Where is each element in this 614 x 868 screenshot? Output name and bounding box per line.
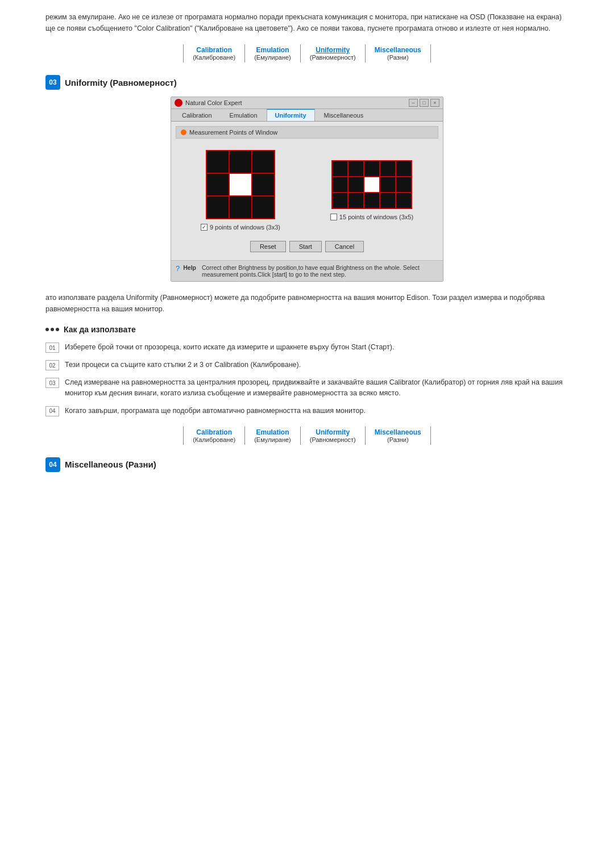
grid-cell bbox=[229, 151, 252, 173]
nav-item-miscellaneous-2[interactable]: Miscellaneous (Разни) bbox=[368, 427, 428, 444]
tab-uniformity[interactable]: Uniformity bbox=[267, 109, 315, 121]
app-buttons: Reset Start Cancel bbox=[176, 235, 438, 256]
body-text-uniformity: ато използвате раздела Uniformity (Равно… bbox=[45, 292, 569, 315]
grid-cell bbox=[396, 177, 412, 193]
grid-cell bbox=[252, 196, 275, 219]
minimize-button[interactable]: – bbox=[409, 99, 418, 107]
tab-miscellaneous[interactable]: Miscellaneous bbox=[316, 109, 372, 121]
measure-dot-icon bbox=[181, 130, 186, 135]
section-03-header: 03 Uniformity (Равномерност) bbox=[45, 75, 569, 90]
nav-bar-1: Calibration (Калиброване) Emulation (Ему… bbox=[45, 44, 569, 62]
grid-cell bbox=[206, 151, 229, 173]
help-text: Correct other Brightness by position,to … bbox=[202, 264, 438, 278]
app-tabs: Calibration Emulation Uniformity Miscell… bbox=[171, 109, 443, 122]
grid-3x5-visual bbox=[331, 160, 412, 209]
step-num-04: 04 bbox=[45, 406, 59, 416]
grid-cell bbox=[332, 177, 348, 193]
grid-cell bbox=[348, 193, 364, 208]
nav-item-miscellaneous-1[interactable]: Miscellaneous (Разни) bbox=[368, 45, 428, 62]
nav-miscellaneous-sub-2: (Разни) bbox=[375, 436, 421, 443]
grid-cell bbox=[364, 161, 380, 177]
grid-3x3-label[interactable]: 9 points of windows (3x3) bbox=[201, 224, 280, 231]
grid-3x3-option: 9 points of windows (3x3) bbox=[201, 150, 280, 231]
section-03-title: Uniformity (Равномерност) bbox=[65, 78, 177, 87]
nav-divider-left-1 bbox=[183, 44, 184, 62]
grid-cell bbox=[364, 193, 380, 208]
section-03-num: 03 bbox=[45, 75, 60, 90]
step-item-04: 04 Когато завърши, програмата ще подобри… bbox=[45, 406, 569, 416]
step-list: 01 Изберете брой точки от прозореца, кои… bbox=[45, 342, 569, 416]
step-text-03: След измерване на равномерността за цент… bbox=[65, 377, 569, 399]
nav-divider-2-1 bbox=[244, 44, 245, 62]
nav-uniformity-sub-2: (Равномерност) bbox=[310, 436, 356, 443]
section-04-num: 04 bbox=[45, 457, 60, 472]
step-num-01: 01 bbox=[45, 343, 59, 353]
nav-item-emulation-2[interactable]: Emulation (Емулиране) bbox=[247, 427, 298, 444]
step-num-02: 02 bbox=[45, 360, 59, 370]
app-titlebar-left: Natural Color Expert bbox=[175, 99, 242, 107]
tab-calibration[interactable]: Calibration bbox=[173, 109, 221, 121]
app-logo-icon bbox=[175, 99, 182, 107]
nav-emulation-label-1: Emulation bbox=[254, 46, 291, 54]
nav-miscellaneous-label-1: Miscellaneous bbox=[375, 46, 421, 54]
grid-area: 9 points of windows (3x3) bbox=[176, 144, 438, 235]
nav-miscellaneous-sub-1: (Разни) bbox=[375, 54, 421, 61]
grid-3x5-option: 15 points of windows (3x5) bbox=[330, 160, 413, 220]
nav-item-emulation-1[interactable]: Emulation (Емулиране) bbox=[247, 45, 298, 62]
dot-2 bbox=[51, 328, 54, 331]
step-text-04: Когато завърши, програмата ще подобри ав… bbox=[65, 406, 366, 416]
nav-bar-2: Calibration (Калиброване) Emulation (Ему… bbox=[45, 427, 569, 445]
step-num-03: 03 bbox=[45, 378, 59, 388]
grid-3x5-label[interactable]: 15 points of windows (3x5) bbox=[330, 214, 413, 220]
how-to-title: Как да използвате bbox=[64, 325, 136, 334]
nav-calibration-sub-1: (Калиброване) bbox=[193, 54, 235, 61]
nav-item-calibration-2[interactable]: Calibration (Калиброване) bbox=[186, 427, 242, 444]
close-button[interactable]: × bbox=[430, 99, 439, 107]
nav-calibration-label-2: Calibration bbox=[193, 428, 235, 436]
nav-uniformity-label-1: Uniformity bbox=[310, 46, 356, 54]
nav-item-uniformity-2[interactable]: Uniformity (Равномерност) bbox=[303, 427, 363, 444]
nav-divider-right-1 bbox=[430, 44, 431, 62]
nav-item-calibration-1[interactable]: Calibration (Калиброване) bbox=[186, 45, 242, 62]
grid-3x3-visual bbox=[206, 150, 275, 219]
grid-cell bbox=[252, 173, 275, 196]
cancel-button[interactable]: Cancel bbox=[325, 241, 364, 252]
nav-item-uniformity-1[interactable]: Uniformity (Равномерност) bbox=[303, 45, 363, 62]
grid-3x5-label-text: 15 points of windows (3x5) bbox=[339, 214, 413, 220]
dot-3 bbox=[56, 328, 59, 331]
nav-divider-3-2 bbox=[300, 427, 301, 445]
nav-uniformity-sub-1: (Равномерност) bbox=[310, 54, 356, 61]
nav-miscellaneous-label-2: Miscellaneous bbox=[375, 428, 421, 436]
nav-emulation-sub-1: (Емулиране) bbox=[254, 54, 291, 61]
grid-cell bbox=[332, 193, 348, 208]
nav-divider-4-1 bbox=[365, 44, 366, 62]
nav-emulation-sub-2: (Емулиране) bbox=[254, 436, 291, 443]
help-bar: ? Help Correct other Brightness by posit… bbox=[171, 260, 443, 281]
measurement-header: Measurement Points of Window bbox=[176, 126, 438, 139]
grid-cell bbox=[348, 177, 364, 193]
nav-divider-right-2 bbox=[430, 427, 431, 445]
grid-cell bbox=[332, 161, 348, 177]
nav-calibration-label-1: Calibration bbox=[193, 46, 235, 54]
app-content: Measurement Points of Window bbox=[171, 122, 443, 260]
section-04-header: 04 Miscellaneous (Разни) bbox=[45, 457, 569, 472]
help-icon: ? bbox=[176, 264, 180, 273]
nav-calibration-sub-2: (Калиброване) bbox=[193, 436, 235, 443]
maximize-button[interactable]: □ bbox=[420, 99, 429, 107]
tab-emulation[interactable]: Emulation bbox=[221, 109, 266, 121]
help-label: Help bbox=[183, 264, 196, 271]
how-to-header: Как да използвате bbox=[45, 325, 569, 334]
checkbox-3x5[interactable] bbox=[330, 214, 337, 220]
step-item-03: 03 След измерване на равномерността за ц… bbox=[45, 377, 569, 399]
grid-cell bbox=[380, 161, 396, 177]
app-titlebar-controls: – □ × bbox=[409, 99, 439, 107]
grid-3x3-label-text: 9 points of windows (3x3) bbox=[210, 224, 280, 231]
checkbox-3x3[interactable] bbox=[201, 224, 208, 231]
measurement-header-label: Measurement Points of Window bbox=[189, 129, 277, 136]
grid-cell bbox=[206, 173, 229, 196]
app-titlebar: Natural Color Expert – □ × bbox=[171, 97, 443, 109]
start-button[interactable]: Start bbox=[289, 241, 322, 252]
nav-divider-3-1 bbox=[300, 44, 301, 62]
nav-divider-2-2 bbox=[244, 427, 245, 445]
reset-button[interactable]: Reset bbox=[250, 241, 286, 252]
